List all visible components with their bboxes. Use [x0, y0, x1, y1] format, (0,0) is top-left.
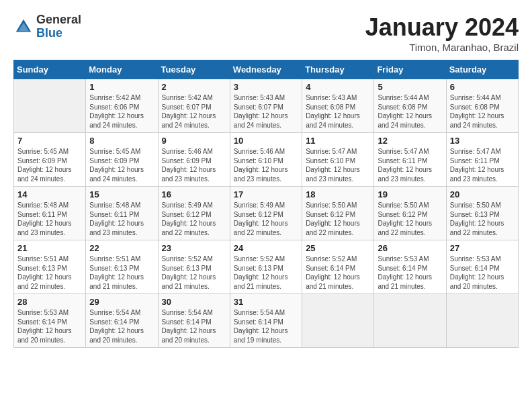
calendar-cell: 1Sunrise: 5:42 AMSunset: 6:06 PMDaylight… — [86, 79, 158, 133]
day-detail: Sunrise: 5:54 AMSunset: 6:14 PMDaylight:… — [162, 308, 226, 345]
day-detail: Sunrise: 5:47 AMSunset: 6:10 PMDaylight:… — [306, 147, 370, 183]
logo-text: General Blue — [36, 13, 81, 40]
day-number: 7 — [17, 136, 82, 146]
weekday-header: Monday — [86, 60, 158, 79]
day-detail: Sunrise: 5:53 AMSunset: 6:14 PMDaylight:… — [17, 308, 82, 345]
day-number: 29 — [89, 297, 154, 307]
day-number: 25 — [306, 243, 370, 253]
day-number: 26 — [378, 243, 442, 253]
day-detail: Sunrise: 5:53 AMSunset: 6:14 PMDaylight:… — [378, 255, 442, 291]
day-detail: Sunrise: 5:45 AMSunset: 6:09 PMDaylight:… — [17, 147, 82, 183]
day-number: 14 — [17, 189, 82, 199]
day-number: 8 — [89, 136, 154, 146]
day-detail: Sunrise: 5:52 AMSunset: 6:14 PMDaylight:… — [306, 255, 370, 291]
day-number: 9 — [162, 136, 226, 146]
day-detail: Sunrise: 5:49 AMSunset: 6:12 PMDaylight:… — [162, 201, 226, 237]
calendar-table: SundayMondayTuesdayWednesdayThursdayFrid… — [13, 60, 519, 348]
weekday-header-row: SundayMondayTuesdayWednesdayThursdayFrid… — [14, 60, 519, 79]
day-detail: Sunrise: 5:52 AMSunset: 6:13 PMDaylight:… — [234, 255, 298, 291]
calendar-cell: 13Sunrise: 5:47 AMSunset: 6:11 PMDayligh… — [446, 133, 518, 187]
day-detail: Sunrise: 5:54 AMSunset: 6:14 PMDaylight:… — [89, 308, 154, 345]
day-number: 24 — [234, 243, 298, 253]
calendar-week-row: 28Sunrise: 5:53 AMSunset: 6:14 PMDayligh… — [14, 294, 519, 348]
calendar-cell: 10Sunrise: 5:46 AMSunset: 6:10 PMDayligh… — [230, 133, 302, 187]
day-number: 2 — [162, 82, 226, 92]
day-detail: Sunrise: 5:53 AMSunset: 6:14 PMDaylight:… — [450, 255, 515, 291]
day-detail: Sunrise: 5:45 AMSunset: 6:09 PMDaylight:… — [89, 147, 154, 183]
title-block: January 2024 Timon, Maranhao, Brazil — [365, 13, 519, 53]
day-number: 27 — [450, 243, 515, 253]
calendar-cell: 23Sunrise: 5:52 AMSunset: 6:13 PMDayligh… — [158, 240, 230, 294]
day-detail: Sunrise: 5:49 AMSunset: 6:12 PMDaylight:… — [234, 201, 298, 237]
calendar-cell: 4Sunrise: 5:43 AMSunset: 6:08 PMDaylight… — [302, 79, 374, 133]
logo-general: General — [36, 13, 81, 27]
location: Timon, Maranhao, Brazil — [365, 42, 519, 53]
calendar-cell: 17Sunrise: 5:49 AMSunset: 6:12 PMDayligh… — [230, 187, 302, 240]
calendar-cell: 12Sunrise: 5:47 AMSunset: 6:11 PMDayligh… — [374, 133, 446, 187]
calendar-cell: 6Sunrise: 5:44 AMSunset: 6:08 PMDaylight… — [446, 79, 518, 133]
calendar-cell: 19Sunrise: 5:50 AMSunset: 6:12 PMDayligh… — [374, 187, 446, 240]
day-number: 15 — [89, 189, 154, 199]
day-detail: Sunrise: 5:43 AMSunset: 6:07 PMDaylight:… — [234, 93, 298, 130]
day-number: 1 — [89, 82, 154, 92]
day-detail: Sunrise: 5:46 AMSunset: 6:09 PMDaylight:… — [162, 147, 226, 183]
day-number: 5 — [378, 82, 442, 92]
calendar-week-row: 1Sunrise: 5:42 AMSunset: 6:06 PMDaylight… — [14, 79, 519, 133]
day-number: 21 — [17, 243, 82, 253]
calendar-cell — [446, 294, 518, 348]
calendar-cell — [14, 79, 86, 133]
logo-icon — [13, 17, 34, 37]
calendar-cell: 25Sunrise: 5:52 AMSunset: 6:14 PMDayligh… — [302, 240, 374, 294]
calendar-cell — [302, 294, 374, 348]
calendar-week-row: 14Sunrise: 5:48 AMSunset: 6:11 PMDayligh… — [14, 187, 519, 240]
day-detail: Sunrise: 5:42 AMSunset: 6:06 PMDaylight:… — [89, 93, 154, 130]
calendar-cell: 22Sunrise: 5:51 AMSunset: 6:13 PMDayligh… — [86, 240, 158, 294]
weekday-header: Friday — [374, 60, 446, 79]
calendar-cell: 20Sunrise: 5:50 AMSunset: 6:13 PMDayligh… — [446, 187, 518, 240]
day-number: 17 — [234, 189, 298, 199]
month-title: January 2024 — [365, 13, 519, 42]
calendar-cell: 7Sunrise: 5:45 AMSunset: 6:09 PMDaylight… — [14, 133, 86, 187]
calendar-cell: 14Sunrise: 5:48 AMSunset: 6:11 PMDayligh… — [14, 187, 86, 240]
weekday-header: Saturday — [446, 60, 518, 79]
calendar-cell: 26Sunrise: 5:53 AMSunset: 6:14 PMDayligh… — [374, 240, 446, 294]
day-number: 6 — [450, 82, 515, 92]
day-number: 20 — [450, 189, 515, 199]
day-number: 22 — [89, 243, 154, 253]
calendar-cell: 3Sunrise: 5:43 AMSunset: 6:07 PMDaylight… — [230, 79, 302, 133]
day-detail: Sunrise: 5:48 AMSunset: 6:11 PMDaylight:… — [17, 201, 82, 237]
day-detail: Sunrise: 5:47 AMSunset: 6:11 PMDaylight:… — [450, 147, 515, 183]
logo: General Blue — [13, 13, 81, 40]
day-detail: Sunrise: 5:50 AMSunset: 6:13 PMDaylight:… — [450, 201, 515, 237]
day-number: 4 — [306, 82, 370, 92]
calendar-cell: 5Sunrise: 5:44 AMSunset: 6:08 PMDaylight… — [374, 79, 446, 133]
weekday-header: Wednesday — [230, 60, 302, 79]
calendar-week-row: 21Sunrise: 5:51 AMSunset: 6:13 PMDayligh… — [14, 240, 519, 294]
calendar-cell: 31Sunrise: 5:54 AMSunset: 6:14 PMDayligh… — [230, 294, 302, 348]
calendar-cell: 15Sunrise: 5:48 AMSunset: 6:11 PMDayligh… — [86, 187, 158, 240]
calendar-cell — [374, 294, 446, 348]
calendar-cell: 21Sunrise: 5:51 AMSunset: 6:13 PMDayligh… — [14, 240, 86, 294]
calendar-cell: 11Sunrise: 5:47 AMSunset: 6:10 PMDayligh… — [302, 133, 374, 187]
calendar-week-row: 7Sunrise: 5:45 AMSunset: 6:09 PMDaylight… — [14, 133, 519, 187]
calendar-cell: 27Sunrise: 5:53 AMSunset: 6:14 PMDayligh… — [446, 240, 518, 294]
day-number: 19 — [378, 189, 442, 199]
calendar-cell: 16Sunrise: 5:49 AMSunset: 6:12 PMDayligh… — [158, 187, 230, 240]
day-number: 3 — [234, 82, 298, 92]
day-detail: Sunrise: 5:51 AMSunset: 6:13 PMDaylight:… — [89, 255, 154, 291]
calendar-cell: 18Sunrise: 5:50 AMSunset: 6:12 PMDayligh… — [302, 187, 374, 240]
calendar-cell: 28Sunrise: 5:53 AMSunset: 6:14 PMDayligh… — [14, 294, 86, 348]
day-number: 11 — [306, 136, 370, 146]
day-detail: Sunrise: 5:48 AMSunset: 6:11 PMDaylight:… — [89, 201, 154, 237]
day-number: 30 — [162, 297, 226, 307]
day-detail: Sunrise: 5:44 AMSunset: 6:08 PMDaylight:… — [378, 93, 442, 130]
day-number: 23 — [162, 243, 226, 253]
day-number: 10 — [234, 136, 298, 146]
calendar-cell: 24Sunrise: 5:52 AMSunset: 6:13 PMDayligh… — [230, 240, 302, 294]
calendar-cell: 9Sunrise: 5:46 AMSunset: 6:09 PMDaylight… — [158, 133, 230, 187]
day-detail: Sunrise: 5:43 AMSunset: 6:08 PMDaylight:… — [306, 93, 370, 130]
day-number: 31 — [234, 297, 298, 307]
day-number: 13 — [450, 136, 515, 146]
day-detail: Sunrise: 5:44 AMSunset: 6:08 PMDaylight:… — [450, 93, 515, 130]
weekday-header: Sunday — [14, 60, 86, 79]
